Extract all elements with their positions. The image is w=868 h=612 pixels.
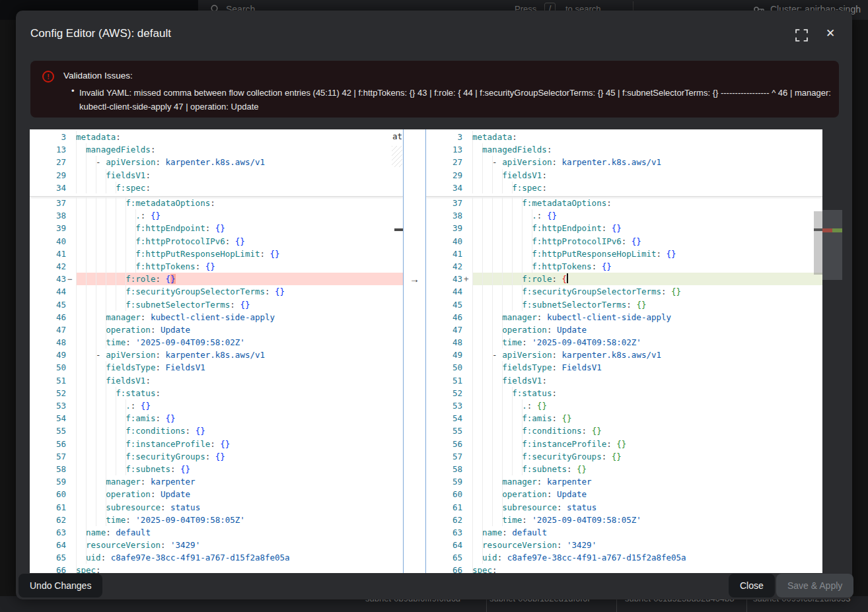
- code-line-right-55[interactable]: 55 f:conditions: {}: [426, 425, 822, 437]
- code-line-right-37[interactable]: 37 f:metadataOptions:: [426, 197, 822, 209]
- code-line-left-48[interactable]: 48 time: '2025-09-04T09:58:02Z': [30, 336, 403, 349]
- code-line-left-27[interactable]: 27 - apiVersion: karpenter.k8s.aws/v1: [30, 156, 403, 168]
- code-line-left-43[interactable]: 43− f:role: {}: [30, 273, 403, 285]
- code-line-left-40[interactable]: 40 f:httpProtocolIPv6: {}: [30, 235, 403, 248]
- code-line-content: manager: karpenter: [472, 475, 822, 488]
- code-line-right-65[interactable]: 65 uid: c8afe97e-38cc-4f91-a767-d15f2a8f…: [426, 551, 822, 564]
- code-line-right-45[interactable]: 45 f:subnetSelectorTerms: {}: [426, 298, 822, 311]
- code-line-right-51[interactable]: 51 fieldsV1:: [426, 374, 822, 387]
- code-line-left-37[interactable]: 37 f:metadataOptions:: [30, 197, 403, 209]
- code-line-right-3[interactable]: 3metadata:: [426, 131, 822, 143]
- code-line-right-47[interactable]: 47 operation: Update: [426, 323, 822, 336]
- code-line-content: - apiVersion: karpenter.k8s.aws/v1: [472, 156, 822, 168]
- undo-changes-button[interactable]: Undo Changes: [18, 574, 102, 597]
- code-line-left-62[interactable]: 62 time: '2025-09-04T09:58:05Z': [30, 514, 403, 526]
- code-line-left-47[interactable]: 47 operation: Update: [30, 323, 403, 336]
- code-line-left-55[interactable]: 55 f:conditions: {}: [30, 425, 403, 437]
- line-number: 56: [30, 438, 76, 450]
- code-line-content: fieldsV1:: [76, 374, 403, 387]
- code-line-right-53[interactable]: 53 .: {}: [426, 399, 822, 412]
- code-line-right-61[interactable]: 61 subresource: status: [426, 501, 822, 514]
- close-button[interactable]: Close: [729, 574, 775, 597]
- code-line-right-48[interactable]: 48 time: '2025-09-04T09:58:02Z': [426, 336, 822, 349]
- code-line-right-38[interactable]: 38 .: {}: [426, 209, 822, 222]
- line-number: 55: [426, 425, 472, 437]
- code-line-left-59[interactable]: 59 manager: karpenter: [30, 475, 403, 488]
- code-line-right-58[interactable]: 58 f:subnets: {}: [426, 463, 822, 475]
- collapsed-context-left[interactable]: 3metadata:13 managedFields:27 - apiVersi…: [30, 131, 403, 194]
- code-line-right-63[interactable]: 63 name: default: [426, 526, 822, 539]
- code-line-left-42[interactable]: 42 f:httpTokens: {}: [30, 260, 403, 273]
- code-line-left-60[interactable]: 60 operation: Update: [30, 488, 403, 500]
- code-line-left-3[interactable]: 3metadata:: [30, 131, 403, 143]
- code-line-left-52[interactable]: 52 f:status:: [30, 387, 403, 399]
- code-line-right-40[interactable]: 40 f:httpProtocolIPv6: {}: [426, 235, 822, 248]
- code-line-right-39[interactable]: 39 f:httpEndpoint: {}: [426, 222, 822, 234]
- revert-change-arrow-icon[interactable]: →: [404, 273, 425, 285]
- close-icon[interactable]: ✕: [823, 26, 838, 41]
- line-number: 34: [30, 182, 76, 194]
- code-line-right-44[interactable]: 44 f:securityGroupSelectorTerms: {}: [426, 285, 822, 298]
- code-line-left-39[interactable]: 39 f:httpEndpoint: {}: [30, 222, 403, 234]
- code-line-content: time: '2025-09-04T09:58:05Z': [472, 514, 822, 526]
- line-number: 27: [30, 156, 76, 168]
- code-line-right-54[interactable]: 54 f:amis: {}: [426, 412, 822, 425]
- code-line-left-56[interactable]: 56 f:instanceProfile: {}: [30, 438, 403, 450]
- code-line-left-29[interactable]: 29 fieldsV1:: [30, 169, 403, 182]
- code-line-left-41[interactable]: 41 f:httpPutResponseHopLimit: {}: [30, 248, 403, 260]
- code-line-left-13[interactable]: 13 managedFields:: [30, 143, 403, 156]
- code-line-left-46[interactable]: 46 manager: kubectl-client-side-apply: [30, 311, 403, 323]
- code-line-right-50[interactable]: 50 fieldsType: FieldsV1: [426, 361, 822, 374]
- code-line-left-38[interactable]: 38 .: {}: [30, 209, 403, 222]
- code-line-left-66[interactable]: 66spec:: [30, 564, 403, 573]
- code-line-content: subresource: status: [76, 501, 403, 514]
- diff-overview-slider[interactable]: [822, 210, 842, 280]
- code-line-left-61[interactable]: 61 subresource: status: [30, 501, 403, 514]
- code-line-left-45[interactable]: 45 f:subnetSelectorTerms: {}: [30, 298, 403, 311]
- code-line-left-65[interactable]: 65 uid: c8afe97e-38cc-4f91-a767-d15f2a8f…: [30, 551, 403, 564]
- code-line-left-51[interactable]: 51 fieldsV1:: [30, 374, 403, 387]
- code-line-right-43[interactable]: 43+ f:role: {: [426, 273, 822, 285]
- code-line-left-50[interactable]: 50 fieldsType: FieldsV1: [30, 361, 403, 374]
- code-line-right-34[interactable]: 34 f:spec:: [426, 182, 822, 194]
- collapsed-context-right[interactable]: 3metadata:13 managedFields:27 - apiVersi…: [426, 131, 822, 194]
- code-line-right-52[interactable]: 52 f:status:: [426, 387, 822, 399]
- code-line-left-44[interactable]: 44 f:securityGroupSelectorTerms: {}: [30, 285, 403, 298]
- code-line-right-56[interactable]: 56 f:instanceProfile: {}: [426, 438, 822, 450]
- line-number: 61: [30, 501, 76, 514]
- code-line-right-59[interactable]: 59 manager: karpenter: [426, 475, 822, 488]
- code-line-left-53[interactable]: 53 .: {}: [30, 399, 403, 412]
- code-line-left-58[interactable]: 58 f:subnets: {}: [30, 463, 403, 475]
- code-line-right-64[interactable]: 64 resourceVersion: '3429': [426, 539, 822, 551]
- code-line-left-64[interactable]: 64 resourceVersion: '3429': [30, 539, 403, 551]
- code-line-left-54[interactable]: 54 f:amis: {}: [30, 412, 403, 425]
- right-scrollbar-thumb[interactable]: [814, 211, 822, 275]
- code-line-left-34[interactable]: 34 f:spec:: [30, 182, 403, 194]
- line-number: 3: [30, 131, 76, 143]
- line-number: 38: [30, 209, 76, 222]
- code-line-content: f:httpEndpoint: {}: [472, 222, 822, 234]
- code-line-right-13[interactable]: 13 managedFields:: [426, 143, 822, 156]
- expand-button[interactable]: [795, 29, 809, 42]
- code-line-right-46[interactable]: 46 manager: kubectl-client-side-apply: [426, 311, 822, 323]
- original-pane: 3metadata:13 managedFields:27 - apiVersi…: [30, 129, 403, 573]
- code-line-right-57[interactable]: 57 f:securityGroups: {}: [426, 450, 822, 463]
- code-line-content: f:role: {}: [76, 273, 403, 285]
- code-line-right-42[interactable]: 42 f:httpTokens: {}: [426, 260, 822, 273]
- code-line-right-49[interactable]: 49 - apiVersion: karpenter.k8s.aws/v1: [426, 349, 822, 361]
- code-line-content: f:conditions: {}: [472, 425, 822, 437]
- code-line-right-62[interactable]: 62 time: '2025-09-04T09:58:05Z': [426, 514, 822, 526]
- code-line-right-29[interactable]: 29 fieldsV1:: [426, 169, 822, 182]
- code-line-content: fieldsV1:: [76, 169, 403, 182]
- line-number: 37: [30, 197, 76, 209]
- code-line-content: operation: Update: [472, 488, 822, 500]
- code-line-right-66[interactable]: 66spec:: [426, 564, 822, 573]
- diff-overview-ruler[interactable]: [822, 129, 842, 573]
- code-line-right-27[interactable]: 27 - apiVersion: karpenter.k8s.aws/v1: [426, 156, 822, 168]
- code-line-right-41[interactable]: 41 f:httpPutResponseHopLimit: {}: [426, 248, 822, 260]
- code-line-left-57[interactable]: 57 f:securityGroups: {}: [30, 450, 403, 463]
- code-line-left-63[interactable]: 63 name: default: [30, 526, 403, 539]
- code-line-left-49[interactable]: 49 - apiVersion: karpenter.k8s.aws/v1: [30, 349, 403, 361]
- save-apply-button[interactable]: Save & Apply: [776, 574, 853, 597]
- code-line-right-60[interactable]: 60 operation: Update: [426, 488, 822, 500]
